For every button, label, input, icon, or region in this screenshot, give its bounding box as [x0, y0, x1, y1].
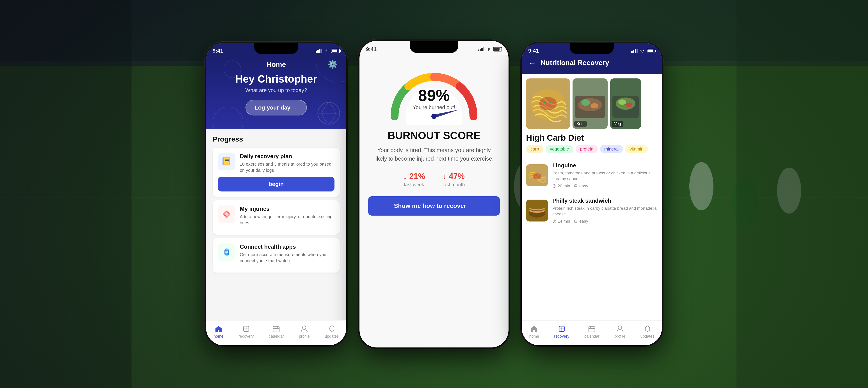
tag-vegetable[interactable]: vegetable: [546, 145, 574, 153]
signal-icon-nutrition: [631, 49, 638, 53]
progress-section-title: Progress: [213, 135, 340, 143]
status-time-burnout: 9:41: [366, 46, 377, 52]
clock-icon: [552, 184, 556, 188]
sandwich-image: [526, 200, 548, 222]
nav-calendar-nutr[interactable]: calendar: [584, 325, 599, 339]
status-time-nutrition: 9:41: [528, 48, 539, 54]
sandwich-desc: Protein rich steak in carby ciabatta bre…: [552, 205, 658, 217]
gauge-container: 89% You're burned out!: [360, 55, 508, 129]
nav-calendar-home[interactable]: calendar: [269, 325, 284, 339]
pasta-food-card[interactable]: [526, 78, 570, 129]
tag-carb[interactable]: carb: [526, 145, 544, 153]
nav-recovery-nutr[interactable]: recovery: [554, 325, 569, 339]
volleyball-deco: [316, 100, 342, 126]
chef-icon: [574, 184, 578, 188]
nav-home[interactable]: home: [214, 325, 223, 339]
svg-point-73: [535, 174, 537, 176]
svg-rect-15: [317, 50, 319, 53]
svg-rect-52: [633, 50, 634, 53]
home-icon-nutr: [530, 325, 538, 333]
svg-rect-45: [482, 48, 483, 51]
bottom-nav-nutrition: home recovery: [522, 320, 662, 345]
svg-rect-37: [273, 327, 279, 332]
nav-profile-nutr[interactable]: profile: [615, 325, 625, 339]
card-header-recovery: Daily recovery plan 10 exercises and 3 m…: [218, 153, 335, 173]
wifi-icon-burnout: [486, 47, 491, 51]
back-button[interactable]: ←: [528, 58, 536, 67]
status-icons-burnout: [478, 47, 502, 52]
svg-point-88: [530, 206, 545, 209]
updates-nav-icon: [328, 325, 336, 333]
tag-vitamin[interactable]: vitamin: [625, 145, 648, 153]
svg-point-70: [625, 102, 632, 107]
recover-button[interactable]: Show me how to recover →: [368, 196, 500, 216]
phone-burnout: 9:41: [360, 41, 508, 348]
linguine-desc: Pasta, tomatoes and prawns or chicken in…: [552, 170, 658, 182]
nav-calendar-label-home: calendar: [269, 334, 284, 339]
wifi-icon: [324, 49, 329, 53]
svg-rect-99: [589, 327, 595, 332]
linguine-difficulty: easy: [574, 184, 588, 188]
calendar-nav-icon: [272, 325, 280, 333]
nav-home-nutr-label: home: [529, 334, 539, 339]
sandwich-svg: [526, 200, 548, 222]
settings-button[interactable]: ⚙️: [328, 60, 338, 69]
svg-point-8: [689, 162, 713, 210]
nav-updates-nutr-label: updates: [641, 334, 654, 339]
health-apps-card[interactable]: Connect health apps Get more accurate me…: [213, 238, 340, 272]
svg-point-72: [533, 173, 541, 180]
battery-icon-nutrition: [647, 48, 655, 53]
notch-nutrition: [570, 43, 614, 54]
food-images-row: Keto Veg: [522, 74, 662, 129]
begin-button[interactable]: begin: [218, 177, 335, 192]
home-nav-icon: [215, 325, 222, 333]
keto-food-card[interactable]: Keto: [572, 78, 608, 129]
svg-point-78: [575, 185, 577, 187]
svg-rect-31: [225, 249, 228, 250]
meal-linguine[interactable]: Linguine Pasta, tomatoes and prawns or c…: [522, 158, 662, 193]
profile-nav-icon: [300, 325, 308, 333]
meal-sandwich[interactable]: Philly steak sandwich Protein rich steak…: [522, 193, 662, 228]
calendar-icon-nutr: [588, 325, 596, 333]
card-header-health: Connect health apps Get more accurate me…: [218, 244, 335, 264]
linguine-svg: [526, 164, 548, 186]
notch-home: [254, 43, 298, 54]
injuries-sub: Add a new longer-term injury, or update …: [240, 214, 335, 226]
linguine-name: Linguine: [552, 162, 658, 169]
home-header-top: Home ⚙️: [215, 61, 338, 69]
linguine-image: [526, 164, 548, 186]
pasta-image: [526, 78, 570, 129]
svg-point-69: [618, 99, 626, 105]
nav-home-label: home: [214, 334, 223, 339]
nav-home-nutr[interactable]: home: [529, 325, 539, 339]
tag-protein[interactable]: protein: [576, 145, 598, 153]
nav-updates-label-home: updates: [325, 334, 339, 339]
status-icons-nutrition: [631, 48, 655, 53]
stat-month-period: last month: [442, 182, 465, 188]
svg-point-55: [642, 52, 643, 53]
veg-food-card[interactable]: Veg: [610, 78, 641, 129]
gauge-wrapper: 89% You're burned out!: [386, 64, 482, 125]
burnout-screen: 9:41: [360, 41, 508, 348]
nav-recovery-home[interactable]: recovery: [239, 325, 254, 339]
stat-week-value: ↓ 21%: [403, 172, 425, 181]
nav-profile-home[interactable]: profile: [299, 325, 310, 339]
status-icons-home: [316, 48, 340, 53]
svg-point-74: [538, 176, 540, 177]
daily-recovery-card[interactable]: Daily recovery plan 10 exercises and 3 m…: [213, 148, 340, 197]
nav-updates-nutr[interactable]: updates: [641, 325, 654, 339]
linguine-time: 20 min: [552, 184, 570, 188]
log-day-button[interactable]: Log your day →: [246, 100, 307, 116]
svg-rect-14: [316, 51, 317, 53]
nav-profile-nutr-label: profile: [615, 334, 625, 339]
phone-home: 9:41: [206, 43, 346, 345]
tag-mineral[interactable]: mineral: [600, 145, 623, 153]
profile-icon-nutr: [616, 325, 624, 333]
injuries-card[interactable]: My injuries Add a new longer-term injury…: [213, 200, 340, 235]
sandwich-meta: 14 min easy: [552, 219, 658, 224]
nav-recovery-label-home: recovery: [239, 334, 254, 339]
nav-updates-home[interactable]: updates: [325, 325, 339, 339]
gauge-center-text: 89% You're burned out!: [413, 88, 456, 110]
home-header: Home ⚙️ Hey Christopher What are you up …: [206, 56, 346, 129]
chef-icon-2: [574, 219, 578, 223]
